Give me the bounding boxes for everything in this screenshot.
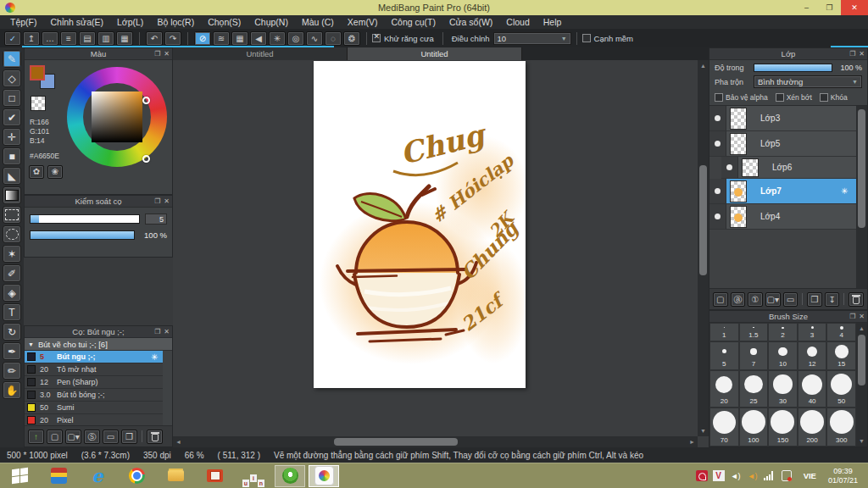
document-icon[interactable]: ▤	[79, 31, 96, 46]
menu-item-4[interactable]: Chọn(S)	[201, 15, 248, 29]
menu-item-5[interactable]: Chụp(N)	[248, 15, 295, 29]
brush-row-2[interactable]: 12Pen (Sharp)	[25, 376, 163, 389]
brush-size-1[interactable]: 1	[709, 323, 739, 341]
brush-size-70[interactable]: 70	[709, 408, 739, 446]
scroll-left-icon[interactable]: ◄	[173, 436, 184, 447]
new-1bit-layer-icon[interactable]: ①	[748, 292, 763, 307]
popout-icon[interactable]: ❐	[154, 196, 160, 208]
correction-grid-icon[interactable]: ▦	[231, 31, 248, 46]
brush-tool[interactable]: ✎	[3, 50, 21, 68]
saturation-cursor[interactable]	[142, 97, 150, 104]
close-icon[interactable]: ✕	[859, 311, 865, 323]
rectangle-tool[interactable]: □	[3, 89, 21, 107]
close-button[interactable]: ✕	[841, 0, 868, 15]
undo-icon[interactable]: ↶	[146, 31, 163, 46]
clock[interactable]: 09:39 01/07/21	[828, 467, 858, 485]
new-brush-menu-icon[interactable]: ▢▾	[65, 430, 81, 444]
scroll-up-icon[interactable]: ▲	[698, 60, 709, 71]
brush-opacity-slider[interactable]	[30, 230, 135, 240]
menu-item-6[interactable]: Màu (C)	[295, 15, 341, 29]
brush-size-150[interactable]: 150	[768, 408, 798, 446]
visibility-icon[interactable]	[709, 106, 726, 130]
delete-brush-icon[interactable]	[147, 430, 163, 444]
close-icon[interactable]: ✕	[859, 48, 865, 60]
brush-size-300[interactable]: 300	[826, 408, 856, 446]
transparent-swatch[interactable]	[31, 96, 46, 111]
blend-mode-dropdown[interactable]: Bình thường▼	[754, 75, 862, 88]
visibility-icon[interactable]	[709, 179, 726, 203]
divide-tool[interactable]: ✏	[3, 362, 21, 380]
saturation-square[interactable]	[92, 92, 142, 142]
popout-icon[interactable]: ❐	[154, 48, 160, 60]
menu-item-8[interactable]: Công cụ(T)	[384, 15, 442, 29]
delete-layer-icon[interactable]	[849, 292, 864, 307]
volume-icon[interactable]: ◄)	[730, 469, 742, 484]
vertical-scroll-thumb[interactable]	[699, 165, 707, 275]
comment-icon[interactable]: …	[42, 31, 58, 46]
chrome-icon[interactable]	[125, 465, 147, 487]
brush-size-200[interactable]: 200	[798, 408, 827, 446]
rotate-view-tool[interactable]: ↻	[3, 323, 21, 341]
curve-snap-icon[interactable]: ∿	[306, 31, 323, 46]
select-tool[interactable]	[3, 206, 21, 224]
brush-row-0[interactable]: 5Bút ngu ;-;✳	[25, 351, 163, 363]
text-tool[interactable]: T	[3, 303, 21, 321]
maximize-button[interactable]: ❐	[818, 0, 841, 15]
power-icon[interactable]	[781, 469, 793, 484]
eyedropper-tool[interactable]: ✒	[3, 342, 21, 360]
canvas-page[interactable]: Chug # Hóiclạp 2K Chung 21cf	[314, 61, 526, 388]
palette-edit-icon[interactable]: ❀	[47, 165, 63, 179]
cloud-save-icon[interactable]: ✓	[4, 31, 21, 46]
brush-size-15[interactable]: 15	[826, 341, 856, 370]
gradient-tool[interactable]	[3, 186, 21, 204]
acrobat-tray-icon[interactable]	[696, 470, 708, 481]
hue-cursor[interactable]	[142, 155, 150, 163]
menu-item-11[interactable]: Help	[537, 15, 569, 29]
brush-row-5[interactable]: 20Pixel	[25, 414, 163, 425]
cross-snap-icon[interactable]: ✳	[269, 31, 286, 46]
bucket-tool[interactable]: ◣	[3, 167, 21, 185]
menu-item-0[interactable]: Tệp(F)	[3, 15, 44, 29]
popout-icon[interactable]: ❐	[849, 311, 855, 323]
duplicate-brush-icon[interactable]: ❐	[121, 430, 137, 444]
menu-item-7[interactable]: Xem(V)	[341, 15, 385, 29]
layer-row-Lớp5[interactable]: Lớp5	[709, 131, 856, 157]
brush-size-40[interactable]: 40	[798, 370, 827, 407]
layer-row-Lớp3[interactable]: Lớp3	[709, 106, 856, 131]
brush-row-3[interactable]: 3.0Bút tô bóng ;-;	[25, 389, 163, 402]
layer-row-Lớp6[interactable]: Lớp6	[721, 157, 856, 179]
lock-checkbox[interactable]	[820, 93, 828, 102]
new-8bit-layer-icon[interactable]: ⓐ	[731, 292, 746, 307]
gear-icon[interactable]: ✳	[841, 186, 856, 196]
brush-size-25[interactable]: 25	[739, 370, 769, 407]
brush-folder-icon[interactable]: ▭	[103, 430, 119, 444]
visibility-icon[interactable]	[709, 204, 726, 229]
gear-icon[interactable]: ✳	[151, 352, 163, 362]
close-icon[interactable]: ✕	[164, 48, 170, 60]
eraser-tool[interactable]: ◇	[3, 69, 21, 87]
start-button[interactable]	[8, 465, 31, 487]
select-pen-tool[interactable]: ✐	[3, 264, 21, 282]
palette-icon[interactable]: ✿	[29, 165, 44, 179]
network-icon[interactable]	[764, 469, 776, 484]
tab-untitled-1[interactable]: Untitled	[173, 47, 348, 60]
snap-settings-icon[interactable]: ❂	[343, 31, 360, 46]
scroll-down-icon[interactable]: ▼	[698, 425, 709, 436]
volume-alt-icon[interactable]: ◄)	[747, 469, 759, 484]
concentric-snap-icon[interactable]: ◎	[287, 31, 304, 46]
magic-wand-tool[interactable]: ✶	[3, 245, 21, 263]
soft-edge-checkbox[interactable]	[582, 34, 591, 42]
brush-size-4[interactable]: 4	[826, 323, 856, 341]
minimize-button[interactable]: –	[795, 0, 818, 15]
layer-row-Lớp4[interactable]: Lớp4	[709, 204, 856, 230]
brush-size-5[interactable]: 5	[709, 341, 739, 370]
upload-brush-icon[interactable]: ↑	[28, 430, 44, 444]
language-indicator[interactable]: VIE	[804, 471, 816, 480]
add-layer-menu-icon[interactable]: ▢▾	[765, 292, 781, 307]
layer-list-scrollbar[interactable]	[856, 106, 867, 288]
hand-tool[interactable]: ✋	[3, 381, 21, 399]
brush-size-value[interactable]: 5	[145, 214, 167, 225]
fill-rect-tool[interactable]: ■	[3, 147, 21, 165]
medibang-icon[interactable]	[309, 465, 339, 487]
brush-size-1.5[interactable]: 1.5	[739, 323, 769, 341]
